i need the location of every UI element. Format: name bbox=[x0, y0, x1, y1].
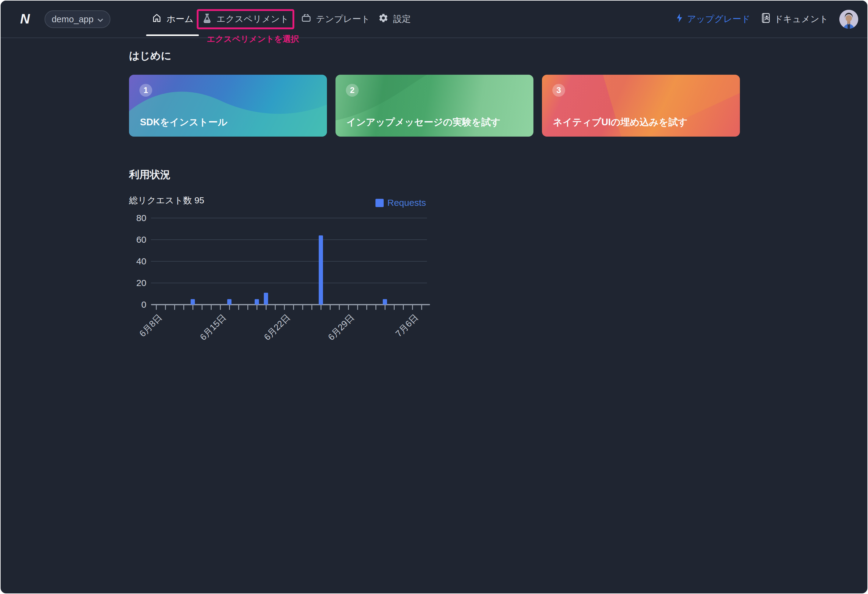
logo-n-icon: N bbox=[20, 11, 30, 27]
x-axis-tick bbox=[394, 305, 395, 310]
home-icon bbox=[152, 13, 162, 25]
bar-6月26日 bbox=[319, 236, 323, 305]
x-axis-tick bbox=[220, 305, 221, 310]
top-nav: N demo_app ホーム エクスペリメント テンプレート bbox=[1, 1, 867, 38]
x-axis-tick bbox=[183, 305, 184, 310]
nav-item-label: エクスペリメント bbox=[217, 13, 289, 25]
x-axis-tick bbox=[348, 305, 349, 310]
x-axis-tick bbox=[311, 305, 312, 310]
requests-bar-chart: 0204060806月8日6月15日6月22日6月29日7月6日 bbox=[129, 211, 446, 357]
x-axis-tick bbox=[192, 305, 193, 310]
x-axis-tick bbox=[229, 305, 230, 310]
app-switcher-dropdown[interactable]: demo_app bbox=[44, 10, 111, 28]
gridline-60 bbox=[151, 239, 427, 240]
card-install-sdk[interactable]: 1 SDKをインストール bbox=[129, 75, 327, 137]
x-axis-tick-label: 6月22日 bbox=[261, 312, 293, 343]
nav-item-label: テンプレート bbox=[316, 13, 370, 25]
x-axis-tick bbox=[247, 305, 248, 310]
nav-item-home[interactable]: ホーム bbox=[152, 1, 193, 37]
nav-item-templates[interactable]: テンプレート bbox=[301, 1, 370, 37]
flask-icon bbox=[202, 13, 212, 26]
legend-label: Requests bbox=[387, 198, 426, 208]
x-axis-tick bbox=[266, 305, 267, 310]
gridline-20 bbox=[151, 283, 427, 283]
x-axis-tick-label: 6月15日 bbox=[197, 312, 229, 343]
y-axis-tick-label: 0 bbox=[129, 300, 146, 310]
card-title: SDKをインストール bbox=[140, 116, 227, 129]
getting-started-cards: 1 SDKをインストール 2 インアップメッセージの実験を試す 3 ネイティブU… bbox=[129, 75, 740, 137]
upgrade-button[interactable]: アップグレード bbox=[676, 13, 750, 25]
bar-6月20日 bbox=[264, 293, 268, 305]
gear-icon bbox=[378, 13, 388, 25]
x-axis-tick bbox=[421, 305, 422, 310]
usage-title: 利用状況 bbox=[129, 168, 170, 182]
user-avatar[interactable] bbox=[839, 10, 858, 29]
x-axis-tick bbox=[330, 305, 331, 310]
y-axis-tick-label: 60 bbox=[129, 235, 146, 245]
x-axis-tick bbox=[320, 305, 322, 310]
x-axis-tick bbox=[156, 305, 157, 310]
x-axis-tick bbox=[238, 305, 239, 310]
book-icon bbox=[761, 13, 771, 25]
x-axis-tick bbox=[211, 305, 212, 310]
bar-6月12日 bbox=[190, 299, 195, 305]
y-axis-tick-label: 20 bbox=[129, 278, 146, 288]
bar-7月3日 bbox=[383, 299, 387, 305]
x-axis-tick bbox=[165, 305, 166, 310]
nav-item-label: ホーム bbox=[167, 13, 193, 25]
x-axis-tick-label: 7月6日 bbox=[393, 312, 421, 340]
step-number-badge: 1 bbox=[139, 84, 152, 97]
x-axis-tick bbox=[293, 305, 294, 310]
step-number-badge: 3 bbox=[552, 84, 565, 97]
app-logo[interactable]: N bbox=[17, 11, 33, 27]
card-inapp-message-experiment[interactable]: 2 インアップメッセージの実験を試す bbox=[335, 75, 533, 137]
x-axis-tick-label: 6月29日 bbox=[325, 312, 357, 343]
x-axis-tick bbox=[257, 305, 257, 310]
chart-legend[interactable]: Requests bbox=[375, 198, 426, 208]
chevron-down-icon bbox=[97, 14, 103, 24]
tutorial-annotation: エクスペリメントを選択 bbox=[207, 34, 299, 44]
total-requests-label: 総リクエスト数 95 bbox=[129, 195, 204, 207]
x-axis-tick bbox=[339, 305, 340, 310]
card-title: インアップメッセージの実験を試す bbox=[347, 116, 500, 129]
x-axis-tick bbox=[403, 305, 404, 310]
step-number-badge: 2 bbox=[346, 84, 359, 97]
bar-6月16日 bbox=[227, 299, 232, 305]
x-axis-tick bbox=[202, 305, 202, 310]
x-axis-tick bbox=[284, 305, 285, 310]
x-axis-tick bbox=[412, 305, 413, 310]
nav-item-settings[interactable]: 設定 bbox=[378, 1, 411, 37]
nav-item-experiments[interactable]: エクスペリメント bbox=[197, 9, 294, 29]
app-switcher-label: demo_app bbox=[52, 14, 93, 24]
x-axis-tick bbox=[302, 305, 303, 310]
upgrade-label: アップグレード bbox=[687, 13, 750, 25]
x-axis-tick bbox=[174, 305, 175, 310]
getting-started-title: はじめに bbox=[129, 49, 171, 63]
active-tab-indicator bbox=[146, 34, 199, 36]
lightning-icon bbox=[676, 13, 683, 25]
x-axis-tick bbox=[357, 305, 358, 310]
x-axis-tick-label: 6月8日 bbox=[137, 312, 165, 340]
gridline-80 bbox=[151, 218, 427, 218]
gridline-40 bbox=[151, 261, 427, 262]
box-icon bbox=[301, 13, 311, 25]
card-native-ui-embed[interactable]: 3 ネイティブUIの埋め込みを試す bbox=[542, 75, 740, 137]
app-window: N demo_app ホーム エクスペリメント テンプレート bbox=[1, 1, 867, 593]
y-axis-tick-label: 40 bbox=[129, 256, 146, 266]
nav-item-label: 設定 bbox=[393, 13, 411, 25]
bar-6月19日 bbox=[255, 299, 259, 305]
card-title: ネイティブUIの埋め込みを試す bbox=[553, 116, 688, 129]
legend-swatch bbox=[375, 199, 384, 207]
docs-link[interactable]: ドキュメント bbox=[761, 13, 828, 25]
x-axis-tick bbox=[275, 305, 276, 310]
x-axis-tick bbox=[385, 305, 385, 310]
y-axis-tick-label: 80 bbox=[129, 213, 146, 223]
x-axis-tick bbox=[375, 305, 376, 310]
docs-label: ドキュメント bbox=[774, 13, 828, 25]
x-axis-tick bbox=[366, 305, 367, 310]
